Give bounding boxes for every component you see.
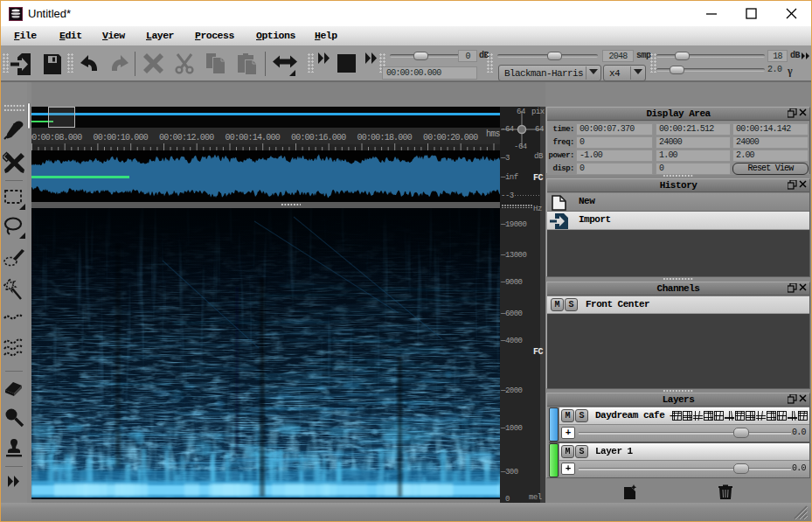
- svg-text:00:00:18.000: 00:00:18.000: [357, 133, 413, 143]
- svg-text:00:00:12.000: 00:00:12.000: [159, 133, 214, 143]
- svg-text:00:00:16.000: 00:00:16.000: [291, 133, 346, 143]
- svg-text:hms: hms: [486, 129, 500, 139]
- svg-text:00:00:08.000: 00:00:08.000: [31, 133, 82, 143]
- svg-text:00:00:14.000: 00:00:14.000: [226, 133, 281, 143]
- svg-text:00:00:20.000: 00:00:20.000: [423, 133, 478, 143]
- svg-text:00:00:10.000: 00:00:10.000: [94, 133, 149, 143]
